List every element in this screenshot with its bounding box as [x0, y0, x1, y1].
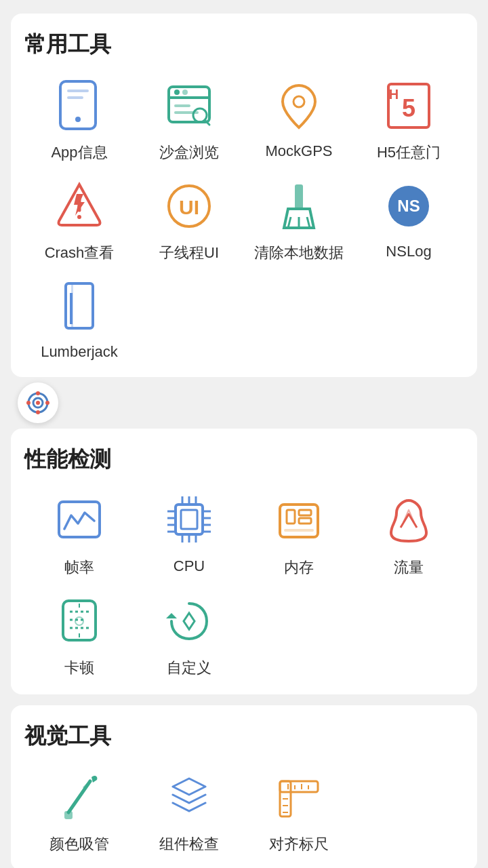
svg-rect-56: [284, 529, 314, 532]
icon-crash: [49, 176, 109, 236]
item-nslog[interactable]: NS NSLog: [354, 176, 464, 263]
label-fps: 帧率: [64, 557, 94, 578]
svg-point-32: [45, 401, 49, 405]
icon-sandbox: [159, 76, 219, 136]
icon-freeze: [49, 591, 109, 651]
label-color-picker: 颜色吸管: [49, 834, 109, 854]
item-mockgps[interactable]: MockGPS: [244, 76, 354, 163]
section-title-perf: 性能检测: [24, 445, 464, 475]
svg-point-34: [36, 410, 40, 414]
svg-text:UI: UI: [179, 196, 199, 218]
label-app-info: App信息: [51, 142, 107, 163]
svg-text:H: H: [389, 87, 399, 102]
badge-icon: [18, 382, 58, 423]
icon-nslog: NS: [379, 176, 439, 236]
svg-line-20: [288, 217, 291, 228]
svg-marker-64: [166, 613, 177, 618]
icon-clear-data: [269, 176, 329, 236]
item-fps[interactable]: 帧率: [24, 491, 134, 578]
item-lumberjack[interactable]: Lumberjack: [24, 277, 134, 361]
icon-h5: 5 H: [379, 76, 439, 136]
svg-rect-55: [299, 518, 311, 524]
visual-grid: 颜色吸管 组件检查: [24, 768, 464, 854]
svg-point-31: [26, 401, 30, 405]
item-h5[interactable]: 5 H H5任意门: [354, 76, 464, 163]
svg-line-22: [307, 217, 310, 228]
item-align-ruler[interactable]: 对齐标尺: [244, 768, 354, 854]
icon-align-ruler: [269, 768, 329, 827]
svg-text:5: 5: [402, 94, 415, 122]
svg-rect-68: [280, 781, 318, 792]
item-freeze[interactable]: 卡顿: [24, 591, 134, 678]
icon-custom: [159, 591, 219, 651]
icon-cpu: [159, 491, 219, 551]
section-title-common: 常用工具: [24, 30, 464, 60]
svg-point-3: [75, 117, 81, 122]
page: 常用工具 App信息: [0, 0, 488, 868]
icon-sub-thread: UI: [159, 176, 219, 236]
label-memory: 内存: [284, 557, 314, 578]
section-title-visual: 视觉工具: [24, 722, 464, 751]
item-sandbox[interactable]: 沙盒浏览: [134, 76, 244, 163]
section-visual: 视觉工具 颜色吸管: [11, 705, 477, 868]
item-crash[interactable]: Crash查看: [24, 176, 134, 263]
section-perf: 性能检测 帧率: [11, 429, 477, 694]
item-traffic[interactable]: 流量: [354, 491, 464, 578]
svg-point-7: [182, 90, 188, 95]
label-freeze: 卡顿: [64, 658, 94, 678]
item-sub-thread[interactable]: UI 子线程UI: [134, 176, 244, 263]
item-component-check[interactable]: 组件检查: [134, 768, 244, 854]
section-common-tools: 常用工具 App信息: [11, 14, 477, 377]
icon-traffic: [379, 491, 439, 551]
icon-mockgps: [269, 76, 329, 136]
label-component-check: 组件检查: [159, 834, 219, 854]
icon-lumberjack: [49, 277, 109, 336]
label-cpu: CPU: [174, 557, 205, 575]
icon-memory: [269, 491, 329, 551]
svg-point-61: [75, 617, 83, 625]
label-lumberjack: Lumberjack: [41, 343, 118, 361]
svg-rect-2: [67, 96, 83, 99]
svg-rect-54: [299, 510, 311, 515]
item-custom[interactable]: 自定义: [134, 591, 244, 678]
svg-rect-8: [174, 104, 190, 107]
icon-fps: [49, 491, 109, 551]
icon-component-check: [159, 768, 219, 827]
common-tools-grid: App信息 沙盒浏览: [24, 76, 464, 361]
item-clear-data[interactable]: 清除本地数据: [244, 176, 354, 263]
svg-rect-53: [287, 510, 295, 524]
svg-point-33: [36, 391, 40, 395]
label-sub-thread: 子线程UI: [159, 243, 219, 263]
label-custom: 自定义: [167, 658, 211, 678]
svg-rect-1: [67, 90, 89, 92]
label-h5: H5任意门: [377, 142, 441, 163]
item-cpu[interactable]: CPU: [134, 491, 244, 578]
label-nslog: NSLog: [386, 243, 431, 260]
label-traffic: 流量: [394, 557, 424, 578]
floating-badge: [11, 382, 477, 423]
item-memory[interactable]: 内存: [244, 491, 354, 578]
item-color-picker[interactable]: 颜色吸管: [24, 768, 134, 854]
svg-rect-27: [71, 283, 73, 328]
label-sandbox: 沙盒浏览: [159, 142, 219, 163]
svg-point-12: [293, 96, 304, 107]
label-align-ruler: 对齐标尺: [269, 834, 329, 854]
icon-app-info: [49, 76, 109, 136]
svg-point-16: [77, 215, 81, 219]
svg-rect-19: [295, 184, 303, 209]
svg-rect-66: [64, 811, 73, 819]
svg-rect-37: [181, 510, 197, 529]
icon-color-picker: [49, 768, 109, 827]
svg-point-6: [174, 90, 180, 95]
svg-text:NS: NS: [397, 197, 420, 215]
item-app-info[interactable]: App信息: [24, 76, 134, 163]
label-crash: Crash查看: [45, 243, 115, 263]
svg-point-30: [36, 401, 40, 405]
label-clear-data: 清除本地数据: [254, 243, 344, 263]
perf-grid: 帧率: [24, 491, 464, 678]
label-mockgps: MockGPS: [265, 142, 332, 160]
